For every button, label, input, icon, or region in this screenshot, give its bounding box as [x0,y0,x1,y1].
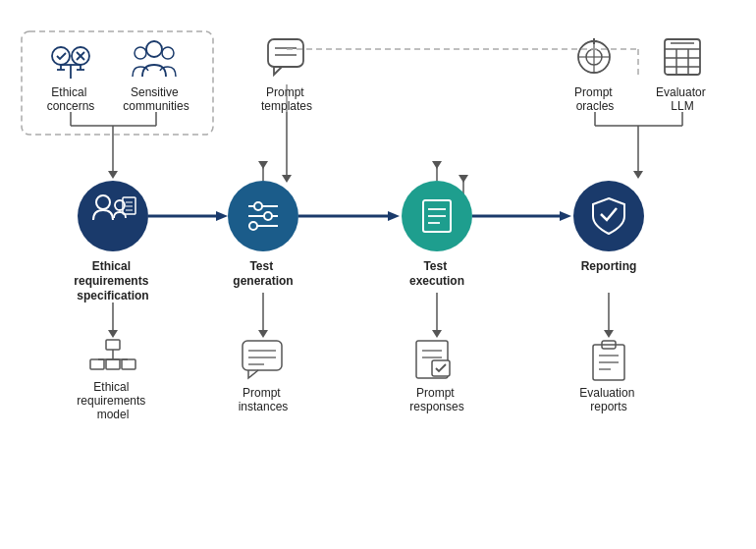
svg-rect-22 [665,39,700,75]
output1-arrow [108,330,118,338]
svg-point-40 [249,222,257,230]
output2-label: Prompt instances [239,386,289,413]
svg-point-36 [254,202,262,210]
output3-icon [416,341,450,378]
node2-label: Test generation [233,259,293,288]
dashed-box [22,31,213,135]
node2-top-arrow [258,161,268,169]
prompt-oracles-label: Prompt oracles [574,85,616,113]
node2-icon [248,202,278,230]
output4-label: Evaluation reports [579,386,637,413]
output2-icon [243,341,282,378]
evaluator-llm-icon [665,39,700,75]
svg-point-12 [162,47,174,59]
node4-label: Reporting [581,259,637,273]
arrow1-2-head [216,211,228,221]
evaluator-llm-label: Evaluator LLM [656,85,709,113]
ethical-concerns-label: Ethical concerns [47,85,95,113]
ethical-concerns-icon [52,47,89,79]
arrow2-3-head [388,211,400,221]
svg-rect-45 [106,340,120,350]
output4-icon [593,341,624,380]
node3-top-arrow [432,161,442,169]
svg-rect-50 [122,359,135,369]
prompt-templates-icon [268,39,303,75]
node3-label: Test execution [409,259,464,288]
prompt-template-arrow [282,175,292,183]
svg-rect-51 [243,341,282,370]
diagram-container: Ethical concerns Sensitive communities [0,0,756,549]
svg-rect-48 [90,359,104,369]
arrow3-4-head [560,211,571,221]
output3-label: Prompt responses [409,386,463,413]
right-brace-arrow [633,171,643,179]
output3-arrow [432,330,442,338]
brace-arrow [108,171,118,179]
output1-label: Ethical requirements model [77,380,148,421]
svg-rect-49 [106,359,120,369]
svg-point-0 [52,47,70,65]
output2-arrow [258,330,268,338]
main-diagram: Ethical concerns Sensitive communities [10,20,756,549]
execution-top-arrow [459,175,468,183]
svg-point-38 [264,212,272,220]
svg-point-11 [135,47,146,59]
sensitive-communities-label: Sensitive communities [123,85,189,113]
output1-icon [90,340,135,369]
svg-rect-13 [268,39,303,67]
sensitive-communities-icon [133,41,176,77]
svg-point-10 [146,41,162,57]
node1-label: Ethical requirements specification [74,259,151,302]
prompt-oracles-icon [578,38,610,73]
output4-arrow [604,330,614,338]
